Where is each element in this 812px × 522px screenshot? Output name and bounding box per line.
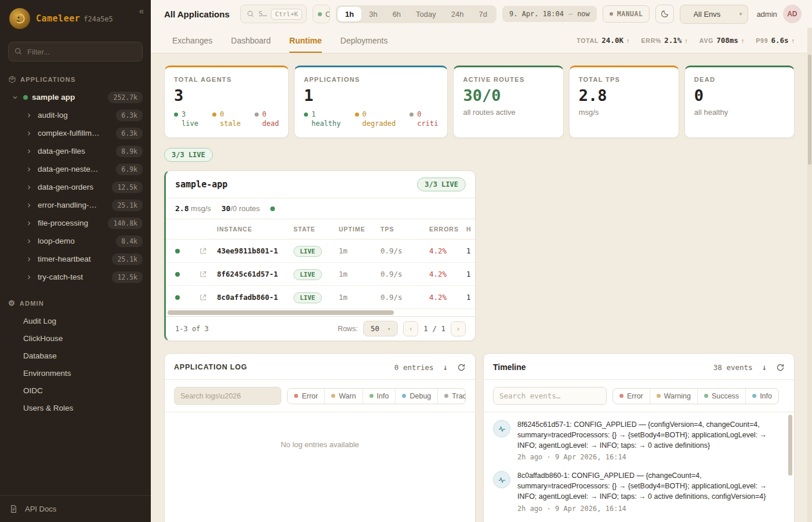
events-search-input[interactable] <box>493 387 607 405</box>
sidebar-item-timer-heartbeat[interactable]: timer-heartbeat 25.1k <box>0 250 151 268</box>
sidebar-item-complex-fulfillment[interactable]: complex-fulfillm… 6.3k <box>0 124 151 142</box>
chip-info[interactable]: Info <box>745 389 778 404</box>
sidebar-item-file-processing[interactable]: file-processing 140.8k <box>0 214 151 232</box>
event-text: 8c0affadb860-1: CONFIG_APPLIED — {change… <box>517 471 781 502</box>
external-link-icon[interactable] <box>189 270 217 278</box>
time-range-today[interactable]: Today <box>408 7 444 21</box>
stat-value: 708ms <box>716 36 738 45</box>
time-range-7d[interactable]: 7d <box>472 7 495 21</box>
sidebar-item-audit-log-admin[interactable]: Audit Log <box>0 312 151 329</box>
warn-dot <box>331 394 335 398</box>
dark-mode-toggle[interactable] <box>655 5 674 23</box>
download-icon[interactable]: ↓ <box>443 362 448 372</box>
next-page-button[interactable]: › <box>451 321 466 336</box>
timeline-event[interactable]: 8f6245c61d57-1: CONFIG_APPLIED — {config… <box>484 412 794 463</box>
chip-warning[interactable]: Warning <box>650 389 697 404</box>
empty-log-message: No log entries available <box>165 412 475 449</box>
tab-exchanges[interactable]: Exchanges <box>172 28 212 53</box>
application-log-panel: APPLICATION LOG 0 entries ↓ Error Warn I… <box>164 353 476 522</box>
vertical-scrollbar[interactable] <box>788 415 792 476</box>
count-badge: 8.9k <box>116 146 143 157</box>
chip-error[interactable]: Error <box>613 389 650 404</box>
count-badge: 252.7k <box>108 92 143 103</box>
tab-dashboard[interactable]: Dashboard <box>231 28 271 53</box>
chip-warn[interactable]: Warn <box>324 389 362 404</box>
refresh-icon[interactable] <box>776 363 785 372</box>
time-range-6h[interactable]: 6h <box>385 7 408 21</box>
scrollbar-thumb[interactable] <box>808 55 811 165</box>
time-range-24h[interactable]: 24h <box>444 7 472 21</box>
chip-trace[interactable]: Trace <box>437 389 466 404</box>
chevron-right-icon <box>26 148 32 155</box>
time-range-1h[interactable]: 1h <box>338 7 361 21</box>
sidebar-item-error-handling[interactable]: error-handling-… 25.1k <box>0 196 151 214</box>
table-row[interactable]: 43ee9811b801-1 LIVE 1m 0.9/s 4.2% 1 <box>166 240 475 263</box>
chip-success[interactable]: Success <box>697 389 745 404</box>
app-name[interactable]: sample-app <box>175 179 227 190</box>
panel-title: APPLICATION LOG <box>174 363 247 371</box>
filter-input[interactable] <box>8 42 143 61</box>
col-tps: TPS <box>380 226 429 233</box>
external-link-icon[interactable] <box>189 247 217 255</box>
collapse-sidebar-icon[interactable]: « <box>139 6 144 16</box>
document-icon <box>9 505 18 513</box>
event-timestamp: 2h ago · 9 Apr 2026, 16:14 <box>517 505 781 513</box>
status-dot <box>304 113 308 117</box>
sidebar-item-sample-app[interactable]: sample app 252.7k <box>0 88 151 106</box>
sidebar-item-try-catch-test[interactable]: try-catch-test 12.5k <box>0 268 151 286</box>
global-search-button[interactable]: S… Ctrl+K <box>240 5 307 23</box>
instance-table-header: INSTANCE STATE UPTIME TPS ERRORS H <box>166 219 475 240</box>
timeline-event[interactable]: 8c0affadb860-1: CONFIG_APPLIED — {change… <box>484 463 794 514</box>
sidebar-item-loop-demo[interactable]: loop-demo 8.4k <box>0 232 151 250</box>
sidebar-item-label: try-catch-test <box>38 273 83 281</box>
api-docs-link[interactable]: API Docs <box>0 495 151 522</box>
timeline-panel: Timeline 38 events ↓ Error Warning Succe… <box>483 353 795 522</box>
substat-healthy: 1healthy <box>304 110 341 128</box>
timeline-event[interactable]: 43ee9811b801-1: CONFIG_APPLIED — {change… <box>484 515 794 522</box>
sidebar-item-users-roles[interactable]: Users & Roles <box>0 399 151 416</box>
sidebar-item-label: data-gen-neste… <box>38 165 98 173</box>
errors-value: 4.2% <box>429 270 466 278</box>
sidebar-item-oidc[interactable]: OIDC <box>0 382 151 399</box>
group-live-badge[interactable]: 3/3 LIVE <box>164 148 213 162</box>
table-row[interactable]: 8f6245c61d57-1 LIVE 1m 0.9/s 4.2% 1 <box>166 263 475 286</box>
event-type-chips: Error Warning Success Info <box>612 388 779 404</box>
stat-p99: P99 6.6s ↑ <box>756 36 795 45</box>
col-extra: H <box>466 226 475 233</box>
chip-error[interactable]: Error <box>288 389 324 404</box>
sidebar-item-database[interactable]: Database <box>0 347 151 364</box>
rows-per-page-select[interactable]: 50 ▾ <box>363 321 398 336</box>
env-select[interactable]: All Envs ▾ <box>680 5 748 24</box>
date-range-picker[interactable]: 9. Apr. 18:04 — now <box>502 6 597 22</box>
horizontal-scrollbar[interactable] <box>168 310 394 315</box>
prev-page-button[interactable]: ‹ <box>403 321 418 336</box>
time-range-3h[interactable]: 3h <box>361 7 385 21</box>
tab-deployments[interactable]: Deployments <box>340 28 388 53</box>
chip-info[interactable]: Info <box>362 389 396 404</box>
card-value: 1 <box>304 86 438 104</box>
extra-value: 1 <box>466 293 475 302</box>
sidebar-item-clickhouse[interactable]: ClickHouse <box>0 329 151 347</box>
avatar[interactable]: AD <box>783 5 802 23</box>
sidebar-item-audit-log[interactable]: audit-log 6.3k <box>0 106 151 124</box>
search-placeholder-text: S… <box>259 10 267 18</box>
log-search-input[interactable] <box>174 387 281 405</box>
date-to: now <box>577 10 590 18</box>
refresh-icon[interactable] <box>457 363 466 372</box>
sidebar-item-data-gen-files[interactable]: data-gen-files 8.9k <box>0 142 151 160</box>
sidebar-item-data-gen-nested[interactable]: data-gen-neste… 6.9k <box>0 160 151 178</box>
stat-label: TOTAL <box>577 37 599 44</box>
count-badge: 12.5k <box>112 182 143 193</box>
stat-err: ERR% 2.1% ↑ <box>641 36 687 45</box>
table-row[interactable]: 8c0affadb860-1 LIVE 1m 0.9/s 4.2% 1 <box>166 286 475 309</box>
sidebar-item-environments[interactable]: Environments <box>0 364 151 382</box>
tab-runtime[interactable]: Runtime <box>289 28 322 53</box>
chip-debug[interactable]: Debug <box>395 389 437 404</box>
manual-refresh-button[interactable]: MANUAL <box>603 5 650 23</box>
online-indicator[interactable]: O <box>313 5 330 23</box>
download-icon[interactable]: ↓ <box>762 362 767 372</box>
row-range: 1-3 of 3 <box>175 325 209 333</box>
sidebar-item-data-gen-orders[interactable]: data-gen-orders 12.5k <box>0 178 151 196</box>
external-link-icon[interactable] <box>189 293 217 302</box>
status-dot <box>270 206 275 211</box>
